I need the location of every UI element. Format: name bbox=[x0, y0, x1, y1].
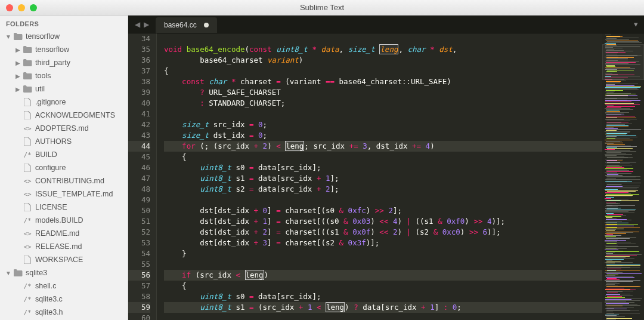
line-number[interactable]: 49 bbox=[128, 195, 150, 205]
line-number[interactable]: 48 bbox=[128, 184, 150, 195]
tree-file[interactable]: <>CONTRIBUTING.md bbox=[0, 174, 128, 187]
tree-folder[interactable]: ▶util bbox=[0, 82, 128, 96]
line-number[interactable]: 51 bbox=[128, 216, 150, 227]
code-line[interactable] bbox=[164, 195, 602, 205]
line-number[interactable]: 60 bbox=[128, 313, 150, 320]
code-editor[interactable]: void base64_encode(const uint8_t * data,… bbox=[157, 33, 602, 320]
tree-file[interactable]: <>ADOPTERS.md bbox=[0, 122, 128, 135]
line-number[interactable]: 45 bbox=[128, 152, 150, 162]
tree-file[interactable]: /*shell.c bbox=[0, 279, 128, 293]
tree-file[interactable]: ACKNOWLEDGMENTS bbox=[0, 109, 128, 122]
tree-file[interactable]: AUTHORS bbox=[0, 135, 128, 148]
tree-folder[interactable]: ▼sqlite3 bbox=[0, 266, 128, 279]
code-line[interactable]: for (; (src_idx + 2) < leng; src_idx += … bbox=[164, 141, 602, 152]
code-line[interactable]: uint8_t s0 = data[src_idx]; bbox=[164, 162, 602, 173]
nav-back-icon[interactable]: ◀ bbox=[133, 20, 142, 29]
code-line[interactable]: void base64_encode(const uint8_t * data,… bbox=[164, 44, 602, 55]
tree-file[interactable]: <>ISSUE_TEMPLATE.md bbox=[0, 187, 128, 201]
tab-dirty-indicator-icon bbox=[204, 23, 209, 27]
minimap-viewport[interactable] bbox=[602, 44, 644, 80]
tab-base64-cc[interactable]: base64.cc bbox=[156, 17, 218, 33]
code-line[interactable]: { bbox=[164, 66, 602, 76]
tree-folder[interactable]: ▶tools bbox=[0, 69, 128, 82]
line-number[interactable]: 35 bbox=[128, 44, 150, 55]
line-number[interactable]: 40 bbox=[128, 98, 150, 109]
line-number[interactable]: 39 bbox=[128, 87, 150, 98]
line-number[interactable]: 47 bbox=[128, 173, 150, 184]
close-window-button[interactable] bbox=[6, 4, 13, 11]
code-line[interactable] bbox=[164, 109, 602, 119]
line-number[interactable]: 34 bbox=[128, 33, 150, 44]
code-line[interactable]: dst[dst_idx + 0] = charset[(s0 & 0xfc) >… bbox=[164, 205, 602, 216]
line-number[interactable]: 59 bbox=[128, 302, 150, 313]
code-line[interactable]: uint8_t s0 = data[src_idx]; bbox=[164, 291, 602, 302]
tree-folder[interactable]: ▶third_party bbox=[0, 56, 128, 69]
line-number-gutter[interactable]: 3435363738394041424344454647484950515253… bbox=[128, 33, 157, 320]
disclosure-arrow-icon[interactable]: ▶ bbox=[14, 73, 21, 79]
folder-tree[interactable]: ▼tensorflow▶tensorflow▶third_party▶tools… bbox=[0, 30, 128, 320]
line-number[interactable]: 55 bbox=[128, 259, 150, 270]
code-line[interactable]: dst[dst_idx + 2] = charset[((s1 & 0x0f) … bbox=[164, 227, 602, 238]
line-number[interactable]: 46 bbox=[128, 162, 150, 173]
minimap[interactable] bbox=[602, 33, 644, 320]
disclosure-arrow-icon[interactable]: ▼ bbox=[5, 33, 12, 40]
line-number[interactable]: 58 bbox=[128, 291, 150, 302]
line-number[interactable]: 56 bbox=[128, 270, 150, 281]
tree-file[interactable]: WORKSPACE bbox=[0, 253, 128, 266]
tree-file[interactable]: <>README.md bbox=[0, 227, 128, 240]
code-line[interactable]: { bbox=[164, 152, 602, 162]
code-line[interactable]: uint8_t s1 = data[src_idx + 1]; bbox=[164, 173, 602, 184]
code-line[interactable]: base64_charset variant) bbox=[164, 55, 602, 66]
tree-file[interactable]: /*sqlite3.c bbox=[0, 293, 128, 306]
code-line[interactable] bbox=[164, 259, 602, 270]
code-line[interactable]: size_t dst_idx = 0; bbox=[164, 130, 602, 141]
tree-file[interactable]: LICENSE bbox=[0, 201, 128, 214]
line-number[interactable]: 44 bbox=[128, 141, 150, 152]
tree-file[interactable]: /*models.BUILD bbox=[0, 214, 128, 227]
tree-file[interactable]: .gitignore bbox=[0, 96, 128, 109]
tab-overflow-menu-button[interactable]: ▾ bbox=[628, 16, 644, 33]
tree-file[interactable]: <>RELEASE.md bbox=[0, 240, 128, 253]
line-number[interactable]: 50 bbox=[128, 205, 150, 216]
folder-icon bbox=[23, 58, 32, 67]
nav-forward-icon[interactable]: ▶ bbox=[142, 20, 151, 29]
line-number[interactable]: 53 bbox=[128, 238, 150, 248]
tree-folder[interactable]: ▼tensorflow bbox=[0, 30, 128, 43]
code-line[interactable]: } bbox=[164, 248, 602, 259]
minimize-window-button[interactable] bbox=[18, 4, 25, 11]
code-line[interactable]: : STANDARD_CHARSET; bbox=[164, 98, 602, 109]
disclosure-arrow-icon[interactable]: ▶ bbox=[14, 47, 21, 53]
tree-item-label: third_party bbox=[35, 59, 70, 67]
folder-icon bbox=[13, 32, 23, 41]
line-number[interactable]: 52 bbox=[128, 227, 150, 238]
line-number[interactable]: 54 bbox=[128, 248, 150, 259]
code-line[interactable] bbox=[164, 313, 602, 320]
tree-item-label: CONTRIBUTING.md bbox=[35, 177, 104, 185]
tree-file[interactable]: configure bbox=[0, 161, 128, 174]
disclosure-arrow-icon[interactable]: ▶ bbox=[14, 60, 21, 66]
code-line[interactable]: dst[dst_idx + 3] = charset[(s2 & 0x3f)]; bbox=[164, 238, 602, 248]
code-line[interactable]: uint8_t s1 = (src_idx + 1 < leng) ? data… bbox=[164, 302, 602, 313]
code-line[interactable]: size_t src_idx = 0; bbox=[164, 119, 602, 130]
zoom-window-button[interactable] bbox=[30, 4, 37, 11]
code-line[interactable]: if (src_idx < leng) bbox=[164, 270, 602, 281]
line-number[interactable]: 43 bbox=[128, 130, 150, 141]
tree-file[interactable]: /*BUILD bbox=[0, 148, 128, 161]
tree-folder[interactable]: ▶tensorflow bbox=[0, 43, 128, 56]
disclosure-arrow-icon[interactable]: ▼ bbox=[5, 270, 12, 276]
tree-file[interactable]: /*sqlite3.h bbox=[0, 306, 128, 319]
tab-history-nav: ◀ ▶ bbox=[128, 16, 156, 33]
line-number[interactable]: 38 bbox=[128, 76, 150, 87]
code-line[interactable] bbox=[164, 33, 602, 44]
line-number[interactable]: 57 bbox=[128, 281, 150, 291]
code-line[interactable]: { bbox=[164, 281, 602, 291]
code-line[interactable]: ? URL_SAFE_CHARSET bbox=[164, 87, 602, 98]
code-line[interactable]: dst[dst_idx + 1] = charset[((s0 & 0x03) … bbox=[164, 216, 602, 227]
code-line[interactable]: const char * charset = (variant == base6… bbox=[164, 76, 602, 87]
line-number[interactable]: 42 bbox=[128, 119, 150, 130]
line-number[interactable]: 37 bbox=[128, 66, 150, 76]
disclosure-arrow-icon[interactable]: ▶ bbox=[14, 86, 21, 93]
line-number[interactable]: 41 bbox=[128, 109, 150, 119]
code-line[interactable]: uint8_t s2 = data[src_idx + 2]; bbox=[164, 184, 602, 195]
line-number[interactable]: 36 bbox=[128, 55, 150, 66]
